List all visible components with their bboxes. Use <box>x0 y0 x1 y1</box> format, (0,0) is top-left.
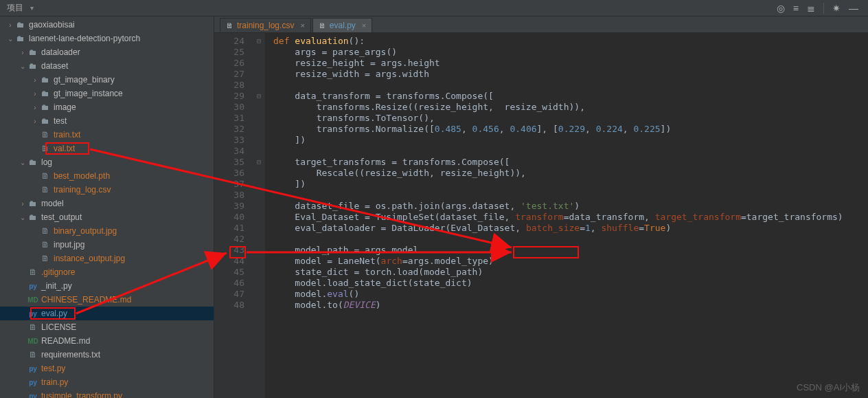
gear-icon[interactable]: ✷ <box>832 3 841 14</box>
fold-marker[interactable] <box>253 234 265 245</box>
line-number[interactable]: 46 <box>214 278 244 289</box>
list-icon[interactable]: ≣ <box>807 3 815 14</box>
tree-row[interactable]: MDCHINESE_README.md <box>0 293 214 307</box>
tree-arrow-icon[interactable]: › <box>30 90 40 98</box>
fold-marker[interactable] <box>253 47 265 58</box>
code-line[interactable]: state_dict = torch.load(model_path) <box>273 267 868 278</box>
tree-arrow-icon[interactable]: ⌄ <box>18 63 27 70</box>
line-number[interactable]: 45 <box>214 267 244 278</box>
code-line[interactable]: resize_width = args.width <box>273 69 868 80</box>
tree-arrow-icon[interactable]: ⌄ <box>18 214 27 221</box>
line-number[interactable]: 34 <box>214 146 244 157</box>
tree-arrow-icon[interactable]: › <box>30 118 40 125</box>
fold-marker[interactable]: ⊟ <box>253 157 265 168</box>
tree-row[interactable]: 🗎input.jpg <box>0 238 214 252</box>
tree-row[interactable]: ›🖿gt_image_instance <box>0 87 214 100</box>
code-line[interactable]: def evaluation(): <box>273 36 868 47</box>
line-number[interactable]: 37 <box>214 179 244 190</box>
tree-row[interactable]: py_init_.py <box>0 279 214 293</box>
fold-marker[interactable] <box>253 80 265 91</box>
code-line[interactable]: Eval_Dataset = TusimpleSet(dataset_file,… <box>273 212 868 223</box>
fold-column[interactable]: ⊟⊟⊟ <box>253 33 265 398</box>
line-number[interactable]: 41 <box>214 223 244 234</box>
code-line[interactable]: transforms.Normalize([0.485, 0.456, 0.40… <box>273 124 868 135</box>
fold-marker[interactable] <box>253 135 265 146</box>
code-line[interactable]: transforms.ToTensor(), <box>273 113 868 124</box>
tree-row[interactable]: 🗎train.txt <box>0 128 214 142</box>
code-line[interactable]: data_transform = transforms.Compose([ <box>273 91 868 102</box>
fold-marker[interactable] <box>253 168 265 179</box>
close-icon[interactable]: × <box>300 21 304 30</box>
fold-marker[interactable] <box>253 58 265 69</box>
tree-row[interactable]: 🗎binary_output.jpg <box>0 224 214 238</box>
fold-marker[interactable] <box>253 146 265 157</box>
code-line[interactable]: ]) <box>273 135 868 146</box>
line-number[interactable]: 29 <box>214 91 244 102</box>
tree-row[interactable]: ›🖿image <box>0 100 214 114</box>
code-line[interactable]: model_path = args.model <box>273 245 868 256</box>
fold-marker[interactable] <box>253 267 265 278</box>
tree-row[interactable]: 🗎training_log.csv <box>0 183 214 197</box>
fold-marker[interactable] <box>253 212 265 223</box>
code-line[interactable]: args = parse_args() <box>273 47 868 58</box>
editor-body[interactable]: 2425262728293031323334353637383940414243… <box>214 33 868 398</box>
code-line[interactable] <box>273 146 868 157</box>
line-number[interactable]: 30 <box>214 102 244 113</box>
line-number[interactable]: 42 <box>214 234 244 245</box>
fold-marker[interactable] <box>253 69 265 80</box>
tree-row[interactable]: 🗎.gitignore <box>0 265 214 279</box>
tree-row[interactable]: ⌄🖿lanenet-lane-detection-pytorch <box>0 32 214 45</box>
fold-marker[interactable] <box>253 223 265 234</box>
tree-row[interactable]: ›🖿gt_image_binary <box>0 73 214 87</box>
tree-arrow-icon[interactable]: › <box>30 104 40 111</box>
project-panel-label[interactable]: 项目 <box>4 2 26 14</box>
line-number[interactable]: 33 <box>214 135 244 146</box>
tree-row[interactable]: ⌄🖿dataset <box>0 59 214 73</box>
fold-marker[interactable] <box>253 245 265 256</box>
line-number[interactable]: 31 <box>214 113 244 124</box>
line-number[interactable]: 39 <box>214 201 244 212</box>
tree-row[interactable]: 🗎instance_output.jpg <box>0 252 214 265</box>
collapse-icon[interactable]: — <box>849 3 858 14</box>
code-line[interactable] <box>273 234 868 245</box>
fold-marker[interactable]: ⊟ <box>253 91 265 102</box>
tree-row[interactable]: 🗎best_model.pth <box>0 169 214 183</box>
fold-marker[interactable] <box>253 300 265 311</box>
code-line[interactable]: dataset_file = os.path.join(args.dataset… <box>273 201 868 212</box>
line-number[interactable]: 35 <box>214 157 244 168</box>
line-number[interactable]: 32 <box>214 124 244 135</box>
chevron-down-icon[interactable]: ▾ <box>30 4 34 12</box>
recent-icon[interactable]: ≡ <box>793 3 799 14</box>
line-number[interactable]: 26 <box>214 58 244 69</box>
code-line[interactable]: model.to(DEVICE) <box>273 300 868 311</box>
fold-marker[interactable]: ⊟ <box>253 36 265 47</box>
code-line[interactable]: target_transforms = transforms.Compose([ <box>273 157 868 168</box>
fold-marker[interactable] <box>253 201 265 212</box>
line-number[interactable]: 47 <box>214 289 244 300</box>
tree-row[interactable]: 🗎requirements.txt <box>0 348 214 362</box>
fold-marker[interactable] <box>253 278 265 289</box>
tree-row[interactable]: ⌄🖿log <box>0 155 214 169</box>
line-number[interactable]: 36 <box>214 168 244 179</box>
fold-marker[interactable] <box>253 256 265 267</box>
tree-arrow-icon[interactable]: › <box>18 200 27 208</box>
line-number[interactable]: 27 <box>214 69 244 80</box>
code-line[interactable]: transforms.Resize((resize_height, resize… <box>273 102 868 113</box>
close-icon[interactable]: × <box>362 21 366 30</box>
code-line[interactable] <box>273 80 868 91</box>
fold-marker[interactable] <box>253 124 265 135</box>
project-tree[interactable]: ›🖿gaoxiaobisai⌄🖿lanenet-lane-detection-p… <box>0 16 214 398</box>
tree-row[interactable]: pytusimple_transform.py <box>0 389 214 398</box>
line-number[interactable]: 44 <box>214 256 244 267</box>
tree-row[interactable]: ⌄🖿test_output <box>0 210 214 224</box>
tree-row[interactable]: pyeval.py <box>0 307 214 320</box>
tree-row[interactable]: ›🖿dataloader <box>0 45 214 59</box>
code-line[interactable]: model.eval() <box>273 289 868 300</box>
editor-tab[interactable]: 🗎training_log.csv× <box>220 18 311 32</box>
tree-arrow-icon[interactable]: › <box>18 49 27 56</box>
tree-arrow-icon[interactable]: ⌄ <box>18 159 27 166</box>
tree-row[interactable]: 🗎LICENSE <box>0 320 214 334</box>
tree-row[interactable]: pytest.py <box>0 362 214 375</box>
fold-marker[interactable] <box>253 113 265 124</box>
line-number[interactable]: 25 <box>214 47 244 58</box>
